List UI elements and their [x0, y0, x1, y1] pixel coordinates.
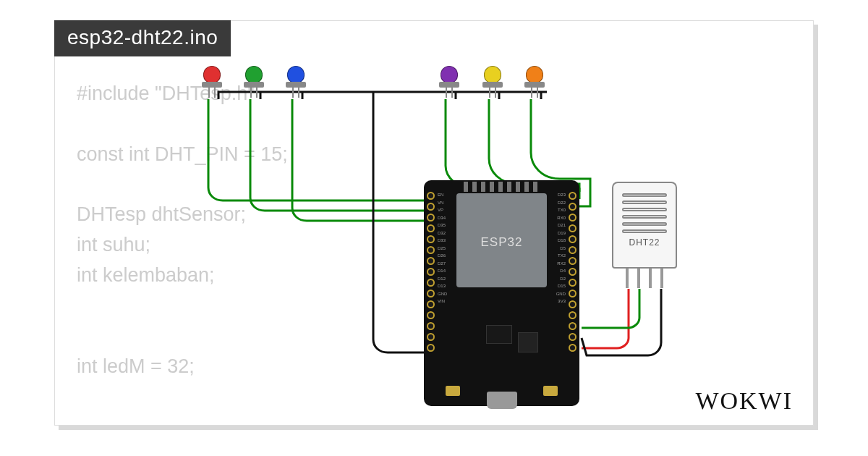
- dht22-sensor[interactable]: DHT22: [612, 182, 677, 290]
- led-red[interactable]: [201, 66, 223, 98]
- wokwi-brand: WOKWI: [695, 387, 793, 415]
- led-orange[interactable]: [524, 66, 545, 98]
- esp32-usb-port: [487, 392, 517, 409]
- esp32-aux-chip: [518, 332, 538, 352]
- dht22-body: DHT22: [612, 182, 677, 269]
- led-yellow[interactable]: [482, 66, 503, 98]
- esp32-pins-right: [569, 192, 576, 352]
- esp32-chip-label: ESP32: [481, 235, 523, 250]
- esp32-boot-button[interactable]: [446, 386, 460, 396]
- led-purple[interactable]: [438, 66, 460, 98]
- esp32-pins-left: [427, 192, 435, 352]
- esp32-pinlabels-left: ENVNVPD34D35D32D33D25D26D27D14D12D13GNDV…: [438, 193, 447, 303]
- esp32-board[interactable]: ESP32 ENVNVPD34D35D32D33D25D26D27D14D12D…: [424, 180, 579, 406]
- esp32-regulator: [486, 325, 512, 344]
- esp32-antenna: [464, 182, 540, 192]
- dht22-label: DHT22: [613, 237, 676, 248]
- esp32-en-button[interactable]: [543, 386, 558, 396]
- project-card: esp32-dht22.ino #include "DHTesp.h" cons…: [54, 20, 814, 426]
- esp32-shield: ESP32: [456, 193, 547, 287]
- esp32-pinlabels-right: D23D22TX0RX0D21D19D18D5TX2RX2D4D2D15GND3…: [556, 193, 566, 303]
- dht22-legs: [612, 268, 677, 288]
- led-blue[interactable]: [285, 66, 307, 98]
- led-green[interactable]: [243, 66, 265, 98]
